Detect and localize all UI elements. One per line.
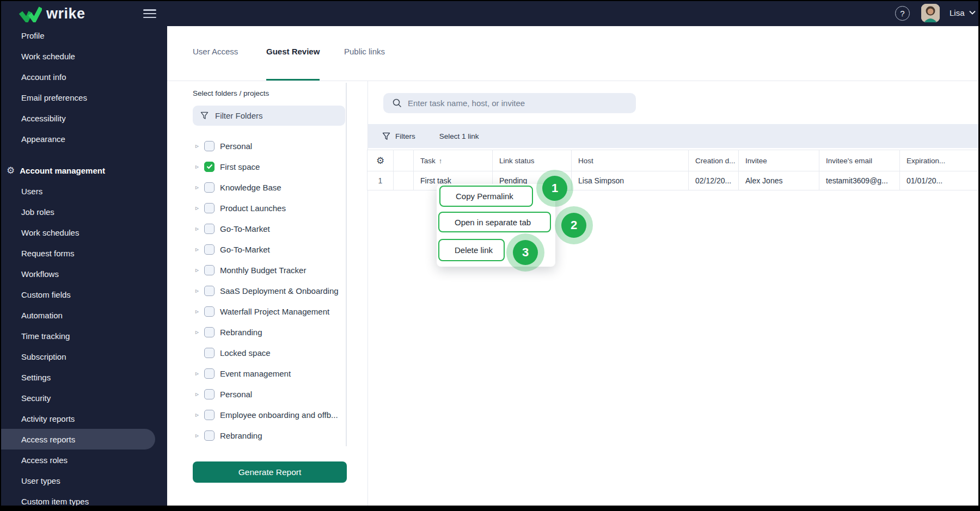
- sidebar-item-accessibility[interactable]: Accessibility: [1, 108, 167, 128]
- sidebar-item-access-roles[interactable]: Access roles: [1, 450, 167, 470]
- sidebar-item-appearance[interactable]: Appearance: [1, 128, 167, 149]
- checkbox[interactable]: [204, 389, 215, 399]
- sidebar-item-work-schedule[interactable]: Work schedule: [1, 46, 167, 66]
- sidebar-item-email-preferences[interactable]: Email preferences: [1, 87, 167, 108]
- tree-item-event-management[interactable]: ▹ Event management: [167, 363, 347, 384]
- tree-item-monthly-budget-tracker[interactable]: ▹ Monthly Budget Tracker: [167, 260, 347, 280]
- caret-right-icon[interactable]: ▹: [195, 142, 204, 150]
- help-icon[interactable]: ?: [895, 6, 910, 21]
- header-expiration[interactable]: Expiration...: [900, 150, 978, 171]
- checkbox[interactable]: [204, 141, 215, 151]
- caret-right-icon[interactable]: ▹: [195, 163, 204, 170]
- checkbox[interactable]: [204, 286, 215, 296]
- checkbox[interactable]: [204, 224, 215, 234]
- sidebar-item-automation[interactable]: Automation: [1, 305, 167, 325]
- sidebar-item-job-roles[interactable]: Job roles: [1, 201, 167, 222]
- checkbox[interactable]: [204, 306, 215, 317]
- checkbox[interactable]: [204, 244, 215, 255]
- tree-item-personal-2[interactable]: ▹ Personal: [167, 384, 347, 404]
- sidebar-item-custom-fields[interactable]: Custom fields: [1, 284, 167, 305]
- search-placeholder: Enter task name, host, or invitee: [408, 98, 525, 108]
- caret-right-icon[interactable]: ▹: [195, 287, 204, 294]
- header-link-status[interactable]: Link status: [493, 150, 572, 171]
- checkbox[interactable]: [204, 348, 215, 358]
- sidebar-item-request-forms[interactable]: Request forms: [1, 243, 167, 263]
- search-input[interactable]: Enter task name, host, or invitee: [383, 93, 636, 113]
- checkbox[interactable]: [204, 430, 215, 441]
- caret-right-icon[interactable]: ▹: [195, 204, 204, 212]
- caret-right-icon[interactable]: ▹: [195, 411, 204, 418]
- menu-item-open-separate-tab[interactable]: Open in separate tab: [438, 212, 551, 232]
- tab-guest-review[interactable]: Guest Review: [266, 47, 320, 81]
- header-task[interactable]: Task↑: [414, 150, 493, 171]
- sidebar-item-activity-reports[interactable]: Activity reports: [1, 408, 167, 429]
- checkbox[interactable]: [204, 368, 215, 379]
- header-invitee[interactable]: Invitee: [739, 150, 819, 171]
- sidebar-item-work-schedules[interactable]: Work schedules: [1, 222, 167, 243]
- tree-item-locked-space[interactable]: ▹ Locked space: [167, 342, 347, 363]
- select-link-button[interactable]: Select 1 link: [439, 132, 479, 140]
- menu-item-copy-permalink[interactable]: Copy Permalink: [439, 186, 533, 207]
- tree-item-employee-onboarding[interactable]: ▹ Employee onboarding and offb...: [167, 404, 347, 425]
- tree-item-rebranding-2[interactable]: ▹ Rebranding: [167, 425, 347, 446]
- wrike-logo[interactable]: wrike: [19, 5, 85, 22]
- tree-item-rebranding[interactable]: ▹ Rebranding: [167, 322, 347, 342]
- tree-item-product-launches[interactable]: ▹ Product Launches: [167, 198, 347, 218]
- menu-item-delete-link[interactable]: Delete link: [438, 239, 505, 261]
- caret-right-icon[interactable]: ▹: [195, 328, 204, 336]
- tab-public-links[interactable]: Public links: [344, 47, 385, 81]
- caret-right-icon[interactable]: ▹: [195, 370, 204, 377]
- checkbox[interactable]: [204, 203, 215, 213]
- sidebar-item-workflows[interactable]: Workflows: [1, 263, 167, 284]
- checkbox[interactable]: [204, 410, 215, 420]
- sidebar-item-custom-item-types[interactable]: Custom item types: [1, 491, 167, 506]
- sidebar-item-account-info[interactable]: Account info: [1, 66, 167, 87]
- sidebar-item-subscription[interactable]: Subscription: [1, 346, 167, 367]
- sidebar-item-users[interactable]: Users: [1, 181, 167, 201]
- caret-right-icon[interactable]: ▹: [195, 183, 204, 191]
- tree-item-go-to-market-2[interactable]: ▹ Go-To-Market: [167, 239, 347, 260]
- tree-item-first-space[interactable]: ▹ First space: [167, 156, 347, 177]
- caret-right-icon[interactable]: ▹: [195, 307, 204, 315]
- sidebar-item-profile[interactable]: Profile: [1, 25, 167, 46]
- check-icon: [206, 164, 213, 169]
- checkbox[interactable]: [204, 265, 215, 275]
- tab-user-access[interactable]: User Access: [193, 47, 238, 81]
- header-host[interactable]: Host: [572, 150, 689, 171]
- checkbox-checked[interactable]: [204, 162, 215, 172]
- sidebar-item-settings[interactable]: Settings: [1, 367, 167, 387]
- filters-button[interactable]: Filters: [382, 132, 415, 140]
- chevron-down-icon[interactable]: [969, 10, 976, 15]
- sidebar-item-security[interactable]: Security: [1, 387, 167, 408]
- column-settings-button[interactable]: ⚙: [367, 150, 394, 171]
- checkbox[interactable]: [204, 182, 215, 193]
- menu-toggle-icon[interactable]: [143, 9, 156, 18]
- header-invitee-email[interactable]: Invitee's email: [819, 150, 900, 171]
- cell-creation-date: 02/12/20...: [689, 171, 739, 190]
- folder-tree: ▹ Personal ▹ First space ▹ Knowledge Bas…: [167, 136, 347, 446]
- sidebar-item-time-tracking[interactable]: Time tracking: [1, 325, 167, 346]
- header-creation-date[interactable]: Creation d...: [689, 150, 739, 171]
- user-avatar[interactable]: [921, 4, 940, 22]
- tree-item-knowledge-base[interactable]: ▹ Knowledge Base: [167, 177, 347, 198]
- gear-icon: ⚙: [376, 155, 384, 167]
- caret-right-icon[interactable]: ▹: [195, 266, 204, 274]
- tree-item-go-to-market[interactable]: ▹ Go-To-Market: [167, 218, 347, 239]
- sidebar-item-access-reports[interactable]: Access reports: [1, 429, 155, 450]
- app-window: wrike ? Lisa Profile Work schedule Accou…: [1, 1, 978, 506]
- caret-right-icon[interactable]: ▹: [195, 390, 204, 398]
- caret-right-icon[interactable]: ▹: [195, 225, 204, 232]
- sidebar-item-user-types[interactable]: User types: [1, 470, 167, 491]
- caret-right-icon[interactable]: ▹: [195, 432, 204, 439]
- tree-item-waterfall-project[interactable]: ▹ Waterfall Project Management: [167, 301, 347, 322]
- funnel-icon: [382, 132, 390, 140]
- checkbox[interactable]: [204, 327, 215, 337]
- user-menu[interactable]: Lisa: [950, 8, 965, 17]
- row-select-cell[interactable]: [394, 171, 414, 190]
- caret-right-icon[interactable]: ▹: [195, 245, 204, 253]
- folder-panel-title: Select folders / projects: [193, 89, 269, 97]
- filter-folders-input[interactable]: Filter Folders: [193, 106, 345, 126]
- tree-item-saas-deployment[interactable]: ▹ SaaS Deployment & Onboarding: [167, 280, 347, 301]
- generate-report-button[interactable]: Generate Report: [193, 461, 347, 483]
- tree-item-personal[interactable]: ▹ Personal: [167, 136, 347, 156]
